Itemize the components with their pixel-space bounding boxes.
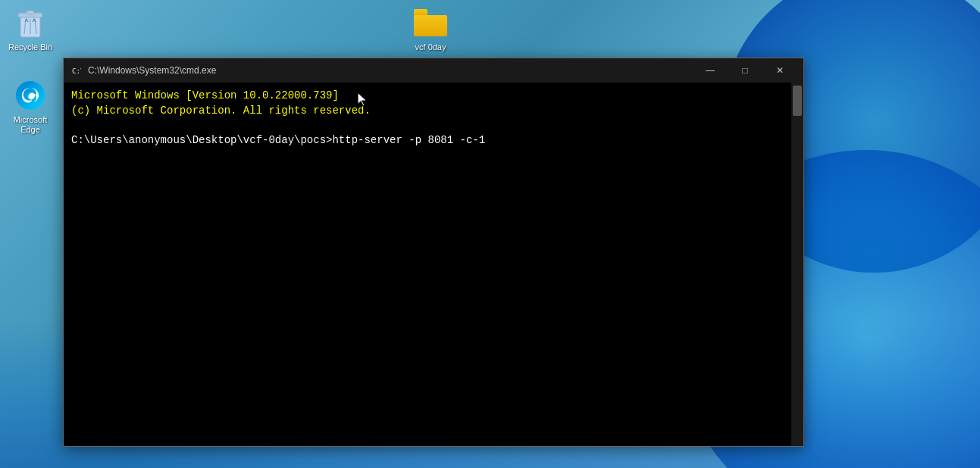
desktop-icon-recycle-bin[interactable]: Recycle Bin [0,3,61,55]
cmd-minimize-button[interactable]: — [693,58,728,83]
terminal-line-blank [71,118,784,133]
desktop-icon-edge[interactable]: Microsoft Edge [0,76,61,138]
svg-text:C:\: C:\ [72,67,81,75]
cmd-scrollbar[interactable] [791,83,803,446]
cmd-titlebar[interactable]: C:\ C:\Windows\System32\cmd.exe — □ ✕ [64,58,803,83]
cmd-close-button[interactable]: ✕ [762,58,797,83]
terminal-line-2: (c) Microsoft Corporation. All rights re… [71,104,784,119]
cmd-maximize-button[interactable]: □ [728,58,762,83]
cmd-title-text: C:\Windows\System32\cmd.exe [88,65,693,76]
cmd-content-area: Microsoft Windows [Version 10.0.22000.73… [64,83,803,446]
cmd-terminal[interactable]: Microsoft Windows [Version 10.0.22000.73… [64,83,791,446]
recycle-bin-label: Recycle Bin [8,42,52,52]
svg-rect-2 [27,11,34,14]
cmd-window-controls: — □ ✕ [693,58,797,83]
edge-label: Microsoft Edge [3,115,58,135]
terminal-line-3: C:\Users\anonymous\Desktop\vcf-0day\pocs… [71,133,784,148]
cmd-window: C:\ C:\Windows\System32\cmd.exe — □ ✕ Mi… [63,58,804,447]
folder-icon [414,6,447,39]
recycle-bin-icon [14,6,47,39]
cmd-scrollbar-thumb[interactable] [793,86,802,116]
desktop-icon-vcf-folder[interactable]: vcf 0day [400,3,461,55]
cmd-titlebar-icon: C:\ [70,64,82,76]
terminal-line-1: Microsoft Windows [Version 10.0.22000.73… [71,89,784,104]
vcf-folder-label: vcf 0day [415,42,446,52]
edge-icon [14,79,47,112]
